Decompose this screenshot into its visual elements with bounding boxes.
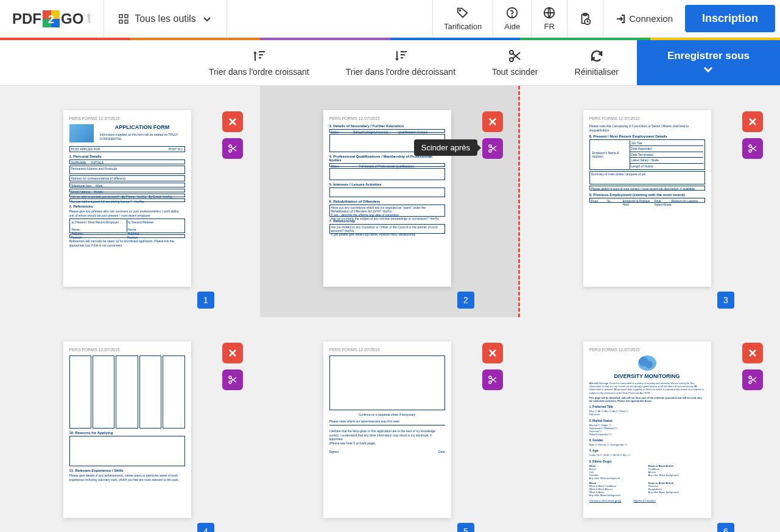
scissors-icon [508, 49, 522, 63]
help-label: Aide [504, 22, 520, 31]
page-thumbnail: PERS FORMS 12.07/2015 10. Reasons for Ap… [63, 341, 191, 518]
page-cell-4[interactable]: PERS FORMS 12.07/2015 10. Reasons for Ap… [0, 317, 260, 532]
delete-page-button[interactable] [482, 111, 503, 132]
svg-point-18 [229, 145, 231, 147]
svg-point-27 [489, 381, 491, 383]
login-icon [616, 14, 625, 24]
close-icon [488, 348, 497, 358]
sort-desc-button[interactable]: Trier dans l'ordre décroissant [328, 40, 474, 85]
signup-button[interactable]: Inscription [685, 5, 775, 32]
svg-point-28 [749, 376, 751, 379]
login-button[interactable]: Connexion [603, 0, 685, 37]
svg-point-23 [749, 150, 751, 152]
clipboard-clock-icon [578, 12, 592, 26]
page-number: 2 [457, 292, 474, 309]
tools-dropdown[interactable]: Tous les outils [104, 0, 227, 37]
reset-label: Réinitialiser [575, 67, 619, 77]
page-thumbnail: PERS FORMS 12.07/2015 DIVERSITY MONITORI… [583, 341, 711, 518]
page-number: 4 [197, 523, 214, 532]
grid-icon [119, 14, 128, 24]
scissors-icon [488, 375, 497, 385]
split-after-button[interactable] [222, 369, 243, 390]
close-icon [748, 117, 757, 127]
tag-icon [456, 6, 469, 19]
history-link[interactable] [567, 0, 603, 37]
delete-page-button[interactable] [222, 343, 243, 363]
page-cell-2[interactable]: PERS FORMS 12.07/2015 3. Details of Seco… [260, 86, 520, 317]
login-label: Connexion [629, 13, 673, 24]
delete-page-button[interactable] [742, 343, 763, 363]
help-icon [505, 6, 519, 19]
page-thumbnail: PERS FORMS 12.07/2015 Please note that C… [583, 110, 711, 287]
scissors-icon [748, 144, 757, 153]
scissors-icon [228, 144, 237, 153]
main-header: PDF 2 GO .com Tous les outils Tarificati… [0, 0, 780, 38]
svg-point-22 [749, 145, 751, 147]
svg-point-26 [489, 376, 491, 379]
page-number: 6 [717, 523, 734, 532]
pricing-label: Tarification [444, 22, 482, 31]
sort-asc-icon [251, 49, 266, 63]
scissors-icon [488, 144, 497, 153]
page-thumbnail: PERS FORMS 12.07/2015 Continue on a sepa… [323, 341, 451, 518]
logo[interactable]: PDF 2 GO .com [0, 0, 104, 37]
chevron-down-icon [202, 14, 212, 24]
page-cell-3[interactable]: PERS FORMS 12.07/2015 Please note that C… [520, 86, 780, 317]
svg-rect-7 [119, 20, 122, 23]
save-button[interactable]: Enregistrer sous [637, 40, 780, 85]
close-icon [748, 348, 757, 358]
svg-point-17 [510, 58, 513, 61]
delete-page-button[interactable] [482, 343, 503, 363]
reset-icon [589, 49, 604, 63]
lang-label: FR [544, 22, 555, 31]
close-icon [228, 348, 237, 358]
split-tooltip: Scinder après [414, 139, 477, 156]
page-number: 3 [717, 292, 734, 309]
page-thumbnail: PERS FORMS 12.07/2015 APPLICATION FORM I… [63, 110, 191, 287]
pricing-link[interactable]: Tarification [432, 0, 493, 37]
delete-page-button[interactable] [222, 111, 243, 132]
split-after-button[interactable] [482, 369, 503, 390]
sort-desc-label: Trier dans l'ordre décroissant [346, 67, 455, 77]
sort-asc-button[interactable]: Trier dans l'ordre croissant [191, 40, 328, 85]
scissors-icon [748, 375, 757, 385]
logo-go: GO [61, 10, 83, 27]
split-all-button[interactable]: Tout scinder [474, 40, 556, 85]
help-link[interactable]: Aide [493, 0, 531, 37]
reset-button[interactable]: Réinitialiser [557, 40, 637, 85]
svg-point-24 [229, 376, 231, 379]
delete-page-button[interactable] [742, 111, 763, 132]
close-icon [488, 117, 497, 127]
scissors-icon [228, 375, 237, 385]
svg-point-16 [510, 51, 513, 54]
svg-text:2: 2 [48, 13, 54, 26]
svg-point-20 [489, 145, 491, 147]
split-after-button[interactable] [742, 138, 763, 159]
language-selector[interactable]: FR [531, 0, 567, 37]
svg-rect-8 [125, 20, 128, 23]
page-number: 5 [457, 523, 474, 532]
close-icon [228, 117, 237, 127]
page-cell-5[interactable]: PERS FORMS 12.07/2015 Continue on a sepa… [260, 317, 520, 532]
logo-com: .com [86, 13, 91, 24]
svg-point-29 [749, 381, 751, 383]
globe-icon [543, 6, 556, 19]
action-toolbar: Trier dans l'ordre croissant Trier dans … [0, 40, 780, 86]
split-after-button[interactable] [742, 369, 763, 390]
split-all-label: Tout scinder [492, 67, 538, 77]
split-after-button[interactable] [482, 138, 503, 159]
logo-2-icon: 2 [43, 10, 60, 27]
sort-asc-label: Trier dans l'ordre croissant [209, 67, 309, 77]
svg-point-25 [229, 381, 231, 383]
svg-point-11 [512, 16, 513, 16]
save-label: Enregistrer sous [667, 50, 750, 62]
svg-point-19 [229, 150, 231, 152]
svg-point-21 [489, 150, 491, 152]
tools-label: Tous les outils [135, 13, 196, 24]
page-cell-1[interactable]: PERS FORMS 12.07/2015 APPLICATION FORM I… [0, 86, 260, 317]
page-cell-6[interactable]: PERS FORMS 12.07/2015 DIVERSITY MONITORI… [520, 317, 780, 532]
logo-pdf: PDF [12, 10, 41, 27]
split-after-button[interactable] [222, 138, 243, 159]
chevron-down-icon [702, 63, 714, 75]
signup-label: Inscription [702, 12, 758, 25]
